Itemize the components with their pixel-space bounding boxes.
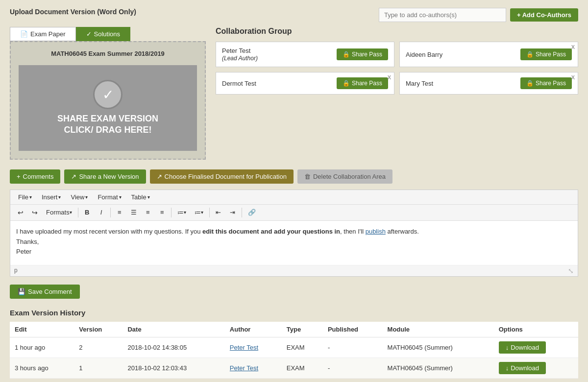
undo-button[interactable]: ↩	[14, 207, 27, 218]
add-coauthor-button[interactable]: + Add Co-Authors	[510, 8, 578, 22]
col-type: Type	[282, 322, 323, 337]
align-left-button[interactable]: ≡	[113, 207, 126, 218]
italic-button[interactable]: I	[95, 207, 108, 218]
delete-collab-label: Delete Collaboration Area	[313, 173, 386, 180]
member-4-name: Mary Test	[406, 80, 433, 87]
lock-icon-1: 🔒	[343, 51, 350, 58]
delete-collab-button[interactable]: 🗑 Delete Collaboration Area	[297, 169, 392, 184]
editor-tag: p	[14, 267, 18, 275]
choose-finalised-label-top: Choose Finalised Document for Publicatio…	[165, 173, 287, 180]
table-row-1: 1 hour ago 2 2018-10-02 14:38:05 Peter T…	[10, 337, 578, 358]
coauthor-row: + Add Co-Authors	[379, 8, 578, 22]
align-justify-button[interactable]: ≡	[156, 207, 169, 218]
tab-exam-paper[interactable]: 📄 Exam Paper	[10, 27, 76, 41]
resize-handle[interactable]: ⤡	[568, 267, 574, 275]
coauthor-input[interactable]	[379, 8, 506, 22]
version-table-body: 1 hour ago 2 2018-10-02 14:38:05 Peter T…	[10, 337, 578, 378]
cell-version-2: 1	[74, 358, 122, 378]
remove-member-3[interactable]: X	[388, 74, 391, 80]
share-pass-button-2[interactable]: 🔒 Share Pass	[520, 48, 572, 60]
remove-member-2[interactable]: X	[571, 44, 575, 50]
content-link: publish	[366, 228, 386, 235]
content-bold: edit this document and add your question…	[202, 228, 340, 235]
member-2-name: Aideen Barry	[406, 51, 442, 58]
action-buttons-row: + Comments ↗ Share a New Version ↗ Choos…	[10, 169, 578, 184]
indent-out-button[interactable]: ⇤	[212, 207, 225, 218]
separator-3	[171, 208, 172, 217]
share-pass-button-1[interactable]: 🔒 Share Pass	[337, 48, 388, 60]
editor-toolbar: ↩ ↪ Formats ▾ B I ≡ ☰ ≡ ≡ ≔ ▾ ≔ ▾ ⇤ ⇥ 🔗	[10, 205, 578, 221]
unordered-list-button[interactable]: ≔ ▾	[174, 207, 190, 218]
share-pass-button-4[interactable]: 🔒 Share Pass	[520, 77, 572, 89]
format-chevron: ▾	[119, 194, 122, 200]
cell-date-1: 2018-10-02 14:38:05	[122, 337, 224, 358]
table-row-2: 3 hours ago 1 2018-10-02 12:03:43 Peter …	[10, 358, 578, 378]
member-1-name: Peter Test (Lead Author)	[222, 47, 258, 62]
comments-button[interactable]: + Comments	[10, 169, 60, 184]
cell-module-1: MATH06045 (Summer)	[383, 337, 494, 358]
menu-file[interactable]: File ▾	[14, 192, 36, 202]
table-header: Edit Version Date Author Type Published …	[10, 322, 578, 337]
col-edit: Edit	[10, 322, 74, 337]
save-icon: 💾	[18, 288, 25, 295]
content-end: afterwards.	[386, 228, 419, 235]
share-new-version-button[interactable]: ↗ Share a New Version	[64, 169, 146, 184]
share-new-version-label: Share a New Version	[79, 173, 139, 180]
upload-dropzone[interactable]: ✓ SHARE EXAM VERSIONCLICK/ DRAG HERE!	[19, 65, 197, 151]
tab-bar: 📄 Exam Paper ✓ Solutions	[10, 27, 206, 41]
collab-member-2: Aideen Barry 🔒 Share Pass X	[399, 42, 578, 67]
separator-5	[242, 208, 242, 217]
share-icon: ↗	[71, 173, 76, 180]
lock-icon-4: 🔒	[526, 80, 534, 87]
separator-1	[78, 208, 78, 217]
cell-options-1: ↓ Download	[494, 337, 578, 358]
editor-thanks: Thanks,	[16, 237, 572, 247]
view-chevron: ▾	[85, 194, 88, 200]
editor-menubar: File ▾ Insert ▾ View ▾ Format ▾ Table ▾	[10, 190, 578, 205]
save-comment-label: Save Comment	[28, 288, 72, 295]
save-comment-button[interactable]: 💾 Save Comment	[10, 285, 80, 299]
col-module: Module	[383, 322, 494, 337]
menu-insert[interactable]: Insert ▾	[38, 192, 65, 202]
lock-icon-2: 🔒	[526, 51, 534, 58]
col-date: Date	[122, 322, 224, 337]
remove-member-4[interactable]: X	[571, 74, 575, 80]
formats-dropdown[interactable]: Formats ▾	[43, 207, 75, 218]
indent-in-button[interactable]: ⇥	[226, 207, 239, 218]
cell-author-1: Peter Test	[225, 337, 282, 358]
align-right-button[interactable]: ≡	[142, 207, 154, 218]
cell-version-1: 2	[74, 337, 122, 358]
tab-solutions[interactable]: ✓ Solutions	[76, 27, 130, 41]
download-button-1[interactable]: ↓ Download	[499, 341, 546, 354]
author-link-2[interactable]: Peter Test	[230, 364, 258, 372]
arrow-icon: ↗	[157, 173, 162, 180]
cell-edit-2: 3 hours ago	[10, 358, 74, 378]
link-button[interactable]: 🔗	[245, 207, 259, 218]
menu-table[interactable]: Table ▾	[127, 192, 154, 202]
menu-format[interactable]: Format ▾	[94, 192, 125, 202]
choose-finalised-button-top[interactable]: ↗ Choose Finalised Document for Publicat…	[150, 169, 294, 184]
author-link-1[interactable]: Peter Test	[230, 344, 258, 351]
bold-button[interactable]: B	[81, 207, 94, 218]
col-published: Published	[323, 322, 383, 337]
cell-author-2: Peter Test	[225, 358, 282, 378]
collaboration-title: Collaboration Group	[216, 27, 578, 36]
collab-member-3: Dermot Test 🔒 Share Pass X	[216, 72, 394, 95]
menu-view[interactable]: View ▾	[67, 192, 92, 202]
ordered-list-button[interactable]: ≔ ▾	[191, 207, 207, 218]
collaboration-grid: Peter Test (Lead Author) 🔒 Share Pass Ai…	[216, 42, 578, 95]
cell-type-2: EXAM	[282, 358, 323, 378]
redo-button[interactable]: ↪	[28, 207, 41, 218]
download-icon-2: ↓	[506, 364, 509, 372]
content-pre: I have uploaded my most recent version w…	[16, 228, 202, 235]
download-button-2[interactable]: ↓ Download	[499, 362, 546, 374]
rich-text-editor: File ▾ Insert ▾ View ▾ Format ▾ Table ▾ …	[10, 190, 578, 277]
share-pass-button-3[interactable]: 🔒 Share Pass	[337, 77, 388, 89]
tab-exam-paper-label: Exam Paper	[30, 30, 66, 38]
editor-content-area[interactable]: I have uploaded my most recent version w…	[10, 221, 578, 265]
solutions-icon: ✓	[86, 30, 92, 38]
cell-published-2: -	[323, 358, 383, 378]
align-center-button[interactable]: ☰	[127, 207, 140, 218]
separator-4	[209, 208, 210, 217]
cell-published-1: -	[323, 337, 383, 358]
